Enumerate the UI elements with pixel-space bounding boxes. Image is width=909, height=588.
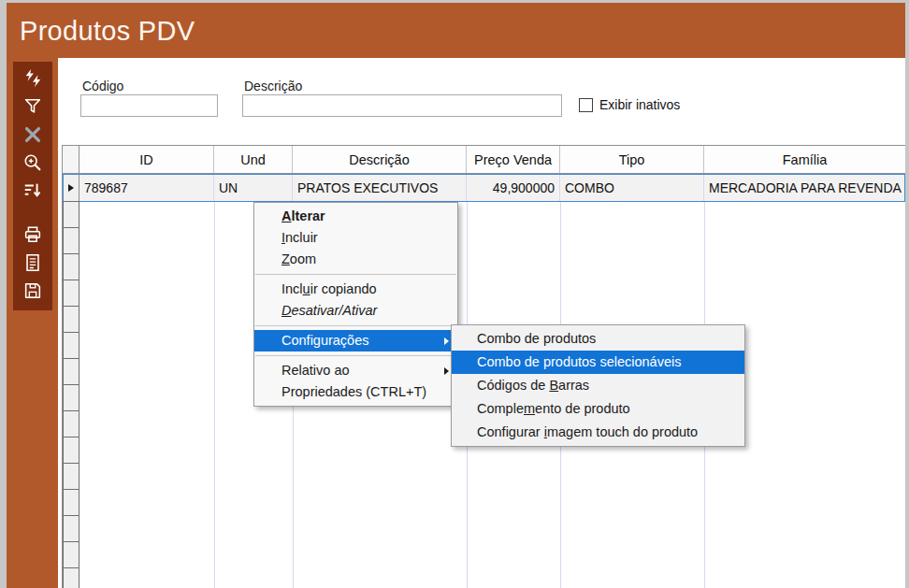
sort-desc-icon [22,180,43,205]
empty-row-selector-cell [63,437,79,464]
cell-fam-lia: MERCADORIA PARA REVENDA [704,175,904,201]
filter-button[interactable] [18,94,48,122]
context-menu-item-zoom[interactable]: Zoom [254,249,457,270]
empty-row-selector-cell [63,280,79,307]
grid-header-pre-o-venda[interactable]: Preço Venda [467,146,560,173]
context-menu: AlterarIncluirZoomIncluir copiandoDesati… [253,202,458,407]
report-icon [22,252,43,277]
grid-header-row: IDUndDescriçãoPreço VendaTipoFamília [63,146,905,174]
submenu-item-c-digos-de-barras[interactable]: Códigos de Barras [452,374,744,397]
empty-row-selector-cell [63,253,79,280]
codigo-label: Código [82,79,123,93]
save-icon [22,280,43,305]
empty-row-selector-cell [63,306,79,333]
empty-row-selector-cell [63,463,79,490]
grid-column-separator [214,174,215,588]
empty-row-selector-cell [63,332,79,359]
menu-separator [255,274,456,275]
current-row-arrow-icon [68,184,74,192]
empty-row-selector-cell [63,567,79,588]
report-button[interactable] [18,251,48,279]
cell-id: 789687 [79,175,214,201]
refresh-icon [22,68,43,93]
empty-row-selector-cell [63,489,79,516]
row-selector-column [63,202,79,588]
empty-row-selector-cell [63,410,79,437]
cell-tipo: COMBO [560,175,704,201]
print-button[interactable] [18,222,48,251]
exibir-inativos-field: Exibir inativos [579,97,680,112]
codigo-input[interactable] [80,94,218,117]
configuracoes-submenu: Combo de produtosCombo de produtos selec… [451,324,745,447]
descricao-label: Descrição [244,79,302,93]
print-icon [22,224,43,249]
submenu-item-combo-de-produtos-selecion-veis[interactable]: Combo de produtos selecionáveis [452,351,744,374]
grid-header-id[interactable]: ID [79,146,214,173]
empty-row-selector-cell [63,201,79,228]
filter-icon [22,96,43,121]
submenu-item-configurar-imagem-touch-do-produto[interactable]: Configurar imagem touch do produto [452,421,744,444]
cell-descri-o: PRATOS EXECUTIVOS [293,175,467,201]
submenu-item-complemento-de-produto[interactable]: Complemento de produto [452,397,744,421]
refresh-button[interactable] [18,66,48,94]
zoom-in-icon [22,152,43,177]
save-button[interactable] [18,279,48,307]
zoom-in-button[interactable] [18,151,48,179]
empty-row-selector-cell [63,515,79,542]
grid-header-rowselector [63,146,79,173]
cell-und: UN [214,175,293,201]
submenu-item-combo-de-produtos[interactable]: Combo de produtos [452,327,744,351]
side-toolbar [13,62,52,310]
grid-header-tipo[interactable]: Tipo [560,146,704,173]
descricao-input[interactable] [242,94,562,117]
submenu-arrow-icon [444,337,449,345]
grid-header-und[interactable]: Und [214,146,293,173]
clear-filter-icon [22,124,43,149]
grid-header-fam-lia[interactable]: Família [704,146,905,173]
context-menu-item-propriedades-ctrl-t[interactable]: Propriedades (CTRL+T) [254,381,457,403]
empty-row-selector-cell [63,227,79,254]
content-panel: Código Descrição Exibir inativos IDUndDe… [58,58,905,588]
empty-row-selector-cell [63,384,79,411]
submenu-arrow-icon [444,367,449,375]
clear-filter-button[interactable] [18,122,48,151]
exibir-inativos-checkbox[interactable] [579,98,593,112]
context-menu-item-relativo-ao[interactable]: Relativo ao [254,360,457,381]
title-bar: Produtos PDV [7,3,905,58]
current-row-indicator [64,175,79,201]
context-menu-item-configura-es[interactable]: Configurações [254,330,457,351]
exibir-inativos-label: Exibir inativos [599,97,680,112]
context-menu-item-incluir[interactable]: Incluir [254,227,457,249]
context-menu-item-incluir-copiando[interactable]: Incluir copiando [254,279,457,300]
context-menu-item-alterar[interactable]: Alterar [254,206,457,227]
grid-header-descri-o[interactable]: Descrição [293,146,467,173]
empty-row-selector-cell [63,358,79,385]
empty-row-selector-cell [63,541,79,568]
menu-separator [255,325,456,326]
page-title: Produtos PDV [7,3,905,59]
menu-separator [255,355,456,356]
context-menu-item-desativar-ativar[interactable]: Desativar/Ativar [254,300,457,322]
sort-desc-button[interactable] [18,179,48,207]
cell-pre-o-venda: 49,900000 [467,175,560,201]
table-row-selected[interactable]: 789687UNPRATOS EXECUTIVOS49,900000COMBOM… [63,174,905,202]
